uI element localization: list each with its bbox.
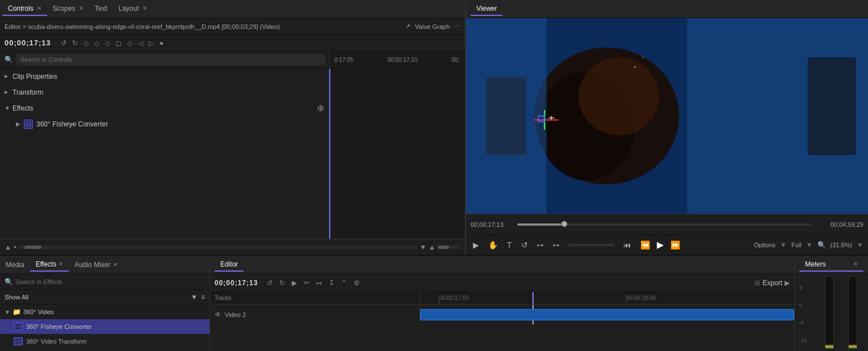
meter-labels: 6 0 -6 -12 [799,276,816,349]
effect-item-fisheye[interactable]: 360° Fisheye Converter [0,319,209,334]
mark-out-btn[interactable]: ↦ [551,239,562,251]
timeline-mark-2: 00;00;17;10 [387,57,417,63]
prev-btn[interactable]: ⏪ [638,239,652,251]
controls-tab-bar: Controls ✕ Scopes ✕ Text Layout ✕ [0,0,465,18]
playback-progress[interactable] [517,223,811,226]
zoom-level[interactable]: (31.6%) [831,242,853,248]
editor-lift-btn[interactable]: ⌃ [339,278,349,288]
tab-scopes[interactable]: Scopes ✕ [47,2,89,16]
meter-fill-left [825,345,833,348]
play-btn[interactable]: ▶ [471,239,481,251]
meters-panel: Meters ✕ 6 0 -6 -12 [794,256,868,351]
next-btn[interactable]: ⏩ [668,239,682,251]
add-effect-btn[interactable]: ⊕ [317,103,324,113]
scroll-icon-right2[interactable]: ▲ [429,243,435,251]
effect-item-label-transform: 360° Video Transform [26,338,86,345]
keyframe-btn6[interactable]: ◁ [136,39,145,48]
keyframe-btn1[interactable]: ◇ [82,39,90,48]
editor-tracks-label: Tracks [210,292,420,304]
scroll-icon-right[interactable]: ▼ [420,243,426,251]
keyframe-btn7[interactable]: ▷ [147,39,156,48]
category-360-video[interactable]: ▼ 📁 360° Video [0,305,209,319]
export-chevron[interactable]: ▶ [785,279,790,287]
filter-sort-btn[interactable]: ≡ [201,293,205,301]
play-pause-btn[interactable]: ▶ [657,239,664,250]
export-btn[interactable]: Export [762,279,782,287]
keyframe-btn3[interactable]: ◇ [103,39,112,48]
tab-effects-close[interactable]: ✕ [58,261,63,267]
effect-item-transform[interactable]: 360° Video Transform [0,334,209,349]
effect-item-label-fisheye: 360° Fisheye Converter [26,323,92,330]
tab-audio-close[interactable]: ✕ [113,261,118,268]
effects-search-input[interactable] [15,278,205,285]
controls-content: ▶ Clip Properties ▶ Transform ▼ Effects … [0,69,465,255]
tab-audio-mixer[interactable]: Audio Mixer ✕ [69,259,123,271]
full-btn[interactable]: Full [791,242,802,248]
tab-controls[interactable]: Controls ✕ [2,2,47,16]
effect-item-icon-2 [14,337,23,345]
editor-settings-btn[interactable]: ⚙ [351,278,362,288]
effect-name: 360° Fisheye Converter [36,120,108,128]
editor-mark1[interactable]: ↦ [314,278,324,288]
track-clip[interactable] [420,309,794,320]
tab-media[interactable]: Media [0,259,30,271]
clip-properties-row[interactable]: ▶ Clip Properties [0,69,329,84]
editor-timeline-header: Tracks 00:00:17:00 00:00:18:00 [210,292,794,305]
transform-expand[interactable]: ▶ [5,90,12,95]
meter-label-neg6: -6 [799,320,816,325]
tab-layout[interactable]: Layout ✕ [113,2,153,16]
effects-expand[interactable]: ▼ [5,105,12,111]
svg-point-9 [642,57,644,58]
track-label-video2: 👁 Video 2 [210,305,420,324]
settings-icon[interactable]: ⋯ [454,23,460,30]
tab-controls-label: Controls [8,5,33,12]
time-mark-2: 00:00:18:00 [626,295,656,301]
rotate-btn[interactable]: ↺ [519,239,530,251]
keyframe-btn4[interactable]: ◻ [114,39,123,48]
tab-editor[interactable]: Editor [215,258,244,272]
transform-row[interactable]: ▶ Transform [0,84,329,100]
track-content-video2[interactable] [420,305,794,324]
viewer-timecode-end: 00;04;59;29 [818,221,863,228]
tab-meters[interactable]: Meters ✕ [799,258,863,272]
effect-item-row[interactable]: ▶ 360° Fisheye Converter [0,116,329,132]
clip-properties-expand[interactable]: ▶ [5,74,12,79]
track-eye-icon[interactable]: 👁 [215,311,221,319]
keyframe-btn8[interactable]: ● [158,39,165,48]
viewer-tab-label: Viewer [476,5,497,12]
export-icon: ⊞ [754,279,760,287]
keyframe-btn2[interactable]: ◇ [93,39,101,48]
tab-text[interactable]: Text [89,2,113,16]
keyframe-btn5[interactable]: ◇ [125,39,134,48]
undo-btn[interactable]: ↺ [59,39,68,48]
tab-scopes-close[interactable]: ✕ [79,5,83,11]
value-graph-icon: ↗ [405,23,410,30]
tab-editor-label: Editor [220,260,238,268]
editor-razor-btn[interactable]: ✂ [301,278,312,288]
editor-play-btn[interactable]: ▶ [290,278,299,288]
value-graph-label[interactable]: Value Graph [415,23,450,30]
viewer-tab[interactable]: Viewer [471,2,502,16]
meter-label-6: 6 [799,285,816,290]
hand-btn[interactable]: ✋ [486,239,500,251]
svg-point-5 [578,57,659,136]
editor-undo[interactable]: ↺ [265,278,275,288]
prev-frame-btn[interactable]: ⏮ [621,239,634,251]
svg-point-10 [626,53,627,54]
tab-layout-close[interactable]: ✕ [142,5,147,11]
tab-effects[interactable]: Effects ✕ [30,258,69,272]
redo-btn[interactable]: ↻ [70,39,79,48]
filter-dropdown[interactable]: ▼ [191,293,198,301]
mark-in-btn[interactable]: ↦ [535,239,546,251]
meters-content: 6 0 -6 -12 [795,274,868,351]
scroll-icon-left[interactable]: ▲ [5,243,11,251]
category-label: 360° Video [23,308,54,315]
editor-redo[interactable]: ↻ [277,278,287,288]
tab-controls-close[interactable]: ✕ [37,5,41,11]
effect-expand[interactable]: ▶ [16,121,24,127]
meters-close[interactable]: ✕ [853,261,858,267]
editor-mark2[interactable]: ↧ [326,278,337,288]
options-btn[interactable]: Options [754,242,775,248]
text-btn[interactable]: T [505,239,514,251]
search-input[interactable] [16,54,325,65]
